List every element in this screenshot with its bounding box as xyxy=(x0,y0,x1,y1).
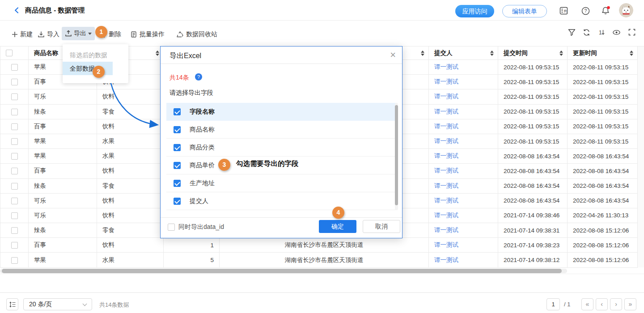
submitter-link[interactable]: 谭一测试 xyxy=(434,123,458,130)
recycle-bin-button[interactable]: 数据回收站 xyxy=(176,30,217,39)
export-menu-item-1[interactable]: 筛选后的数据 xyxy=(63,48,128,62)
column-header-submit-time[interactable]: 提交时间 xyxy=(498,47,568,60)
field-checkbox[interactable] xyxy=(174,108,181,115)
cell-update-time: 2022-04-26 11:30:13 xyxy=(568,208,638,223)
api-docs-icon[interactable]: R xyxy=(559,7,568,15)
dataid-checkbox[interactable] xyxy=(168,224,175,231)
export-field-row[interactable]: 商品分类 xyxy=(166,139,397,156)
horizontal-scrollbar-thumb[interactable] xyxy=(2,269,562,273)
submitter-link[interactable]: 谭一测试 xyxy=(434,108,458,115)
column-header-submitter[interactable]: 提交人 xyxy=(429,47,498,60)
submitter-link[interactable]: 谭一测试 xyxy=(434,212,458,219)
row-checkbox[interactable] xyxy=(11,227,18,234)
cell-submitter: 谭一测试 xyxy=(429,75,498,89)
page-size-select[interactable]: 20 条/页 xyxy=(23,298,92,310)
app-access-button[interactable]: 应用访问 xyxy=(455,5,494,17)
sort-icon[interactable] xyxy=(490,51,494,56)
cell-update-time: 2022-08-08 15:12:06 xyxy=(568,238,638,253)
new-button[interactable]: 新建 xyxy=(12,30,33,39)
eye-icon[interactable] xyxy=(612,29,621,36)
submitter-link[interactable]: 谭一测试 xyxy=(434,152,458,159)
cell-category: 饮料 xyxy=(97,89,164,104)
page-total-text: / 1 xyxy=(564,301,570,308)
sort-icon[interactable] xyxy=(421,51,424,56)
export-menu-item-2[interactable]: 全部数据 xyxy=(63,62,113,75)
field-checkbox[interactable] xyxy=(174,180,181,187)
column-header-update-time[interactable]: 更新时间 xyxy=(568,47,638,60)
row-checkbox[interactable] xyxy=(11,64,18,71)
first-page-button[interactable]: « xyxy=(581,298,593,310)
submitter-link[interactable]: 谭一测试 xyxy=(434,182,458,189)
count-help-icon[interactable]: ? xyxy=(195,73,202,80)
cancel-button[interactable]: 取消 xyxy=(363,220,400,233)
row-checkbox[interactable] xyxy=(11,168,18,174)
row-checkbox[interactable] xyxy=(11,153,18,160)
export-dataid-option[interactable]: 同时导出data_id xyxy=(168,223,224,231)
field-checkbox[interactable] xyxy=(174,144,181,151)
page-number-input[interactable]: 1 xyxy=(547,298,560,310)
table-row: 苹果水果5湖南省长沙市岳麓区天顶街道谭一测试2021-07-14 09:38:1… xyxy=(0,253,638,267)
export-field-row[interactable]: 商品名称 xyxy=(166,121,397,139)
batch-operation-button[interactable]: 批量操作 xyxy=(130,30,165,39)
cell-category: 水果 xyxy=(97,149,164,164)
dialog-title: 导出Excel xyxy=(169,51,201,61)
export-field-row[interactable]: 生产地址 xyxy=(166,174,397,192)
sort-up-icon xyxy=(490,51,494,53)
confirm-button[interactable]: 确定 xyxy=(319,220,356,233)
sort-icon[interactable] xyxy=(630,51,633,56)
row-checkbox[interactable] xyxy=(11,79,18,85)
avatar[interactable] xyxy=(619,3,633,17)
row-checkbox[interactable] xyxy=(11,93,18,100)
step-badge-3: 3 xyxy=(218,159,230,171)
row-checkbox[interactable] xyxy=(11,198,18,204)
prev-page-button[interactable]: ‹ xyxy=(596,298,608,310)
submitter-link[interactable]: 谭一测试 xyxy=(434,63,458,70)
row-checkbox[interactable] xyxy=(11,138,18,145)
bell-icon[interactable] xyxy=(602,6,610,15)
export-field-row[interactable]: 字段名称 xyxy=(166,103,397,121)
close-icon[interactable]: × xyxy=(390,48,396,62)
row-height-button[interactable] xyxy=(6,298,18,310)
dialog-scrollbar-thumb[interactable] xyxy=(395,105,398,205)
cell-update-time: 2022-08-11 09:53:15 xyxy=(568,75,638,89)
row-checkbox[interactable] xyxy=(11,212,18,219)
help-icon[interactable]: ? xyxy=(581,7,590,15)
import-button[interactable]: 导入 xyxy=(38,30,59,39)
back-icon[interactable] xyxy=(13,7,21,14)
cell-submit-time: 2021-07-14 09:38:23 xyxy=(498,238,568,253)
submitter-link[interactable]: 谭一测试 xyxy=(434,257,458,263)
submitter-link[interactable]: 谭一测试 xyxy=(434,167,458,174)
field-checkbox[interactable] xyxy=(174,198,181,205)
export-button[interactable]: 导出 xyxy=(62,27,95,40)
export-field-row[interactable]: 提交人 xyxy=(166,192,397,210)
row-checkbox[interactable] xyxy=(11,257,18,264)
row-checkbox[interactable] xyxy=(11,183,18,190)
cell-address: 湖南省长沙市岳麓区天顶街道 xyxy=(220,238,429,253)
submitter-link[interactable]: 谭一测试 xyxy=(434,138,458,144)
sort-icon[interactable] xyxy=(559,51,563,56)
field-checkbox[interactable] xyxy=(174,126,181,133)
field-checkbox[interactable] xyxy=(174,162,181,169)
submitter-link[interactable]: 谭一测试 xyxy=(434,227,458,233)
row-checkbox[interactable] xyxy=(11,123,18,130)
next-page-button[interactable]: › xyxy=(610,298,622,310)
fullscreen-icon[interactable] xyxy=(628,29,636,36)
edit-form-button[interactable]: 编辑表单 xyxy=(502,5,547,17)
refresh-icon[interactable] xyxy=(583,29,590,36)
cell-submitter: 谭一测试 xyxy=(429,164,498,178)
select-all-checkbox[interactable] xyxy=(6,50,13,56)
export-button-label: 导出 xyxy=(74,30,86,38)
filter-icon[interactable] xyxy=(568,29,576,36)
row-checkbox[interactable] xyxy=(11,109,18,115)
submitter-link[interactable]: 谭一测试 xyxy=(434,93,458,100)
submitter-link[interactable]: 谭一测试 xyxy=(434,241,458,248)
cell-submitter: 谭一测试 xyxy=(429,208,498,223)
numeric-sort-icon[interactable]: 1 xyxy=(598,29,606,36)
cell-product-name: 百事 xyxy=(29,119,97,134)
last-page-button[interactable]: » xyxy=(624,298,636,310)
cell-update-time: 2022-08-11 09:53:15 xyxy=(568,89,638,104)
submitter-link[interactable]: 谭一测试 xyxy=(434,78,458,85)
row-checkbox[interactable] xyxy=(11,242,18,249)
submitter-link[interactable]: 谭一测试 xyxy=(434,197,458,204)
sort-icon[interactable] xyxy=(156,51,159,56)
